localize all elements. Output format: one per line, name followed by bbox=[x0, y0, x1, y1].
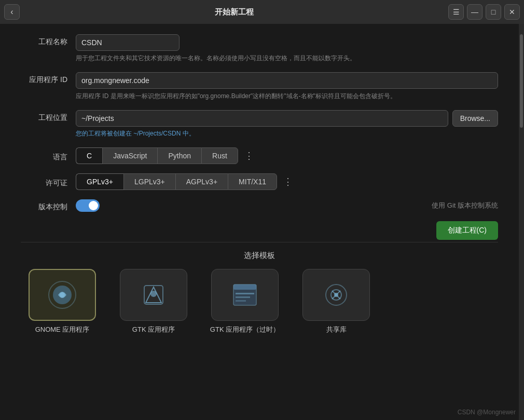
svg-point-2 bbox=[60, 292, 65, 297]
maximize-button[interactable]: □ bbox=[486, 4, 501, 20]
scrollbar-thumb bbox=[520, 34, 523, 128]
browse-button[interactable]: Browse... bbox=[452, 110, 498, 127]
gnome-app-icon bbox=[47, 279, 78, 310]
toggle-knob bbox=[89, 201, 98, 210]
project-name-row: 工程名称 CSDN 用于您工程文件夹和其它技术资源的唯一名称。名称必须使用小写且… bbox=[21, 34, 498, 63]
gtk-app-icon-box bbox=[120, 269, 187, 321]
language-more-button[interactable]: ⋮ bbox=[240, 148, 258, 164]
window-title: 开始新工程 bbox=[20, 7, 448, 17]
location-label: 工程位置 bbox=[21, 110, 67, 123]
form-content: 工程名称 CSDN 用于您工程文件夹和其它技术资源的唯一名称。名称必须使用小写且… bbox=[0, 24, 519, 420]
svg-rect-7 bbox=[236, 293, 254, 294]
location-input-row: Browse... bbox=[76, 110, 498, 127]
back-icon: ‹ bbox=[10, 7, 13, 17]
location-hint: 您的工程将被创建在 ~/Projects/CSDN 中。 bbox=[76, 129, 498, 138]
license-more-button[interactable]: ⋮ bbox=[279, 174, 297, 189]
project-name-label: 工程名称 bbox=[21, 34, 67, 47]
project-name-content: CSDN 用于您工程文件夹和其它技术资源的唯一名称。名称必须使用小写且没有空格，… bbox=[76, 34, 498, 63]
vcs-label: 版本控制 bbox=[21, 199, 67, 212]
language-python-button[interactable]: Python bbox=[157, 147, 201, 164]
app-id-content: 应用程序 ID 是用来唯一标识您应用程序的如"org.gnome.Builder… bbox=[76, 72, 498, 101]
footer-watermark: CSDN @Mongnewer bbox=[458, 409, 516, 416]
license-gplv3-button[interactable]: GPLv3+ bbox=[76, 173, 123, 190]
app-id-input[interactable] bbox=[76, 72, 498, 89]
language-row: 语言 C JavaScript Python Rust ⋮ bbox=[21, 147, 498, 164]
create-btn-row: 创建工程(C) bbox=[21, 221, 498, 240]
app-id-row: 应用程序 ID 应用程序 ID 是用来唯一标识您应用程序的如"org.gnome… bbox=[21, 72, 498, 101]
gtk-app-label: GTK 应用程序 bbox=[132, 325, 175, 334]
close-icon: ✕ bbox=[509, 8, 515, 16]
create-project-button[interactable]: 创建工程(C) bbox=[436, 221, 498, 240]
shared-lib-label: 共享库 bbox=[326, 325, 347, 334]
license-btn-group: GPLv3+ LGPLv3+ AGPLv3+ MIT/X11 bbox=[76, 173, 277, 190]
app-id-hint: 应用程序 ID 是用来唯一标识您应用程序的如"org.gnome.Builder… bbox=[76, 91, 498, 101]
menu-button[interactable]: ☰ bbox=[448, 4, 464, 20]
gtk-app-legacy-icon-box bbox=[211, 269, 279, 321]
titlebar: ‹ 开始新工程 ☰ — □ ✕ bbox=[0, 0, 524, 24]
vcs-content: 使用 Git 版本控制系统 bbox=[76, 199, 498, 212]
template-gtk-app[interactable]: GTK 应用程序 bbox=[112, 269, 195, 334]
gtk-app-icon bbox=[138, 279, 169, 310]
svg-rect-6 bbox=[233, 284, 256, 290]
gtk-app-legacy-icon bbox=[229, 279, 260, 310]
gnome-app-icon-box bbox=[29, 269, 96, 321]
language-rust-button[interactable]: Rust bbox=[201, 147, 238, 164]
back-button[interactable]: ‹ bbox=[4, 4, 20, 20]
language-c-button[interactable]: C bbox=[76, 147, 102, 164]
shared-lib-icon bbox=[321, 279, 352, 310]
close-button[interactable]: ✕ bbox=[504, 4, 520, 20]
svg-rect-9 bbox=[236, 300, 246, 302]
svg-point-4 bbox=[150, 291, 157, 297]
main-area: 工程名称 CSDN 用于您工程文件夹和其它技术资源的唯一名称。名称必须使用小写且… bbox=[0, 24, 524, 420]
project-name-display: CSDN bbox=[76, 34, 180, 51]
license-mitx11-button[interactable]: MIT/X11 bbox=[228, 173, 277, 190]
language-javascript-button[interactable]: JavaScript bbox=[102, 147, 157, 164]
shared-lib-icon-box bbox=[302, 269, 370, 321]
minimize-icon: — bbox=[471, 8, 478, 16]
vcs-toggle[interactable] bbox=[76, 199, 100, 212]
template-shared-lib[interactable]: 共享库 bbox=[295, 269, 378, 334]
license-lgplv3-button[interactable]: LGPLv3+ bbox=[123, 173, 175, 190]
location-input[interactable] bbox=[76, 110, 448, 127]
license-label: 许可证 bbox=[21, 175, 67, 188]
svg-point-12 bbox=[334, 293, 338, 297]
license-agplv3-button[interactable]: AGPLv3+ bbox=[175, 173, 228, 190]
gnome-app-label: GNOME 应用程序 bbox=[35, 325, 90, 334]
project-name-hint: 用于您工程文件夹和其它技术资源的唯一名称。名称必须使用小写且没有空格，而且不能以… bbox=[76, 53, 498, 63]
template-gtk-app-legacy[interactable]: GTK 应用程序（过时） bbox=[203, 269, 286, 334]
window-controls: ☰ — □ ✕ bbox=[448, 4, 520, 20]
language-btn-group: C JavaScript Python Rust bbox=[76, 147, 238, 164]
scrollbar[interactable] bbox=[519, 24, 524, 420]
template-grid: GNOME 应用程序 GTK 应用程序 bbox=[21, 269, 498, 334]
language-content: C JavaScript Python Rust ⋮ bbox=[76, 147, 498, 164]
app-id-label: 应用程序 ID bbox=[21, 72, 67, 85]
menu-icon: ☰ bbox=[453, 8, 460, 16]
language-label: 语言 bbox=[21, 150, 67, 162]
template-section-title: 选择模板 bbox=[21, 251, 498, 261]
template-gnome-app[interactable]: GNOME 应用程序 bbox=[21, 269, 104, 334]
minimize-button[interactable]: — bbox=[467, 4, 482, 20]
location-content: Browse... 您的工程将被创建在 ~/Projects/CSDN 中。 bbox=[76, 110, 498, 138]
location-row: 工程位置 Browse... 您的工程将被创建在 ~/Projects/CSDN… bbox=[21, 110, 498, 138]
maximize-icon: □ bbox=[491, 8, 495, 16]
svg-rect-8 bbox=[236, 296, 250, 298]
license-content: GPLv3+ LGPLv3+ AGPLv3+ MIT/X11 ⋮ bbox=[76, 173, 498, 190]
vcs-row: 版本控制 使用 Git 版本控制系统 bbox=[21, 199, 498, 212]
vcs-toggle-row: 使用 Git 版本控制系统 bbox=[76, 199, 498, 212]
template-section: 选择模板 GNOME 应用程序 bbox=[21, 251, 498, 334]
gtk-app-legacy-label: GTK 应用程序（过时） bbox=[210, 325, 280, 334]
section-divider bbox=[21, 242, 498, 242]
vcs-hint: 使用 Git 版本控制系统 bbox=[432, 201, 498, 210]
license-row: 许可证 GPLv3+ LGPLv3+ AGPLv3+ MIT/X11 ⋮ bbox=[21, 173, 498, 190]
